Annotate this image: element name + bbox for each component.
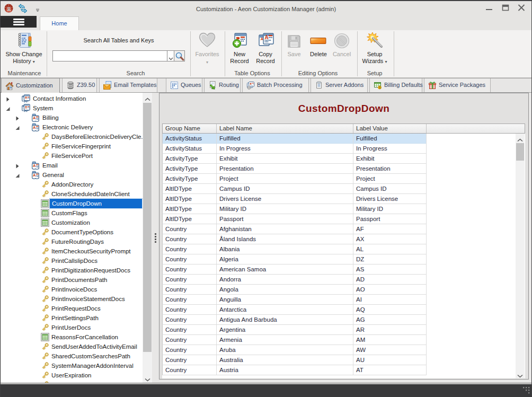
svg-text:A: A bbox=[33, 116, 36, 120]
svg-text:A: A bbox=[265, 34, 269, 40]
svg-text:A: A bbox=[33, 163, 36, 168]
svg-text:A: A bbox=[33, 125, 36, 130]
svg-text:A: A bbox=[33, 173, 36, 178]
